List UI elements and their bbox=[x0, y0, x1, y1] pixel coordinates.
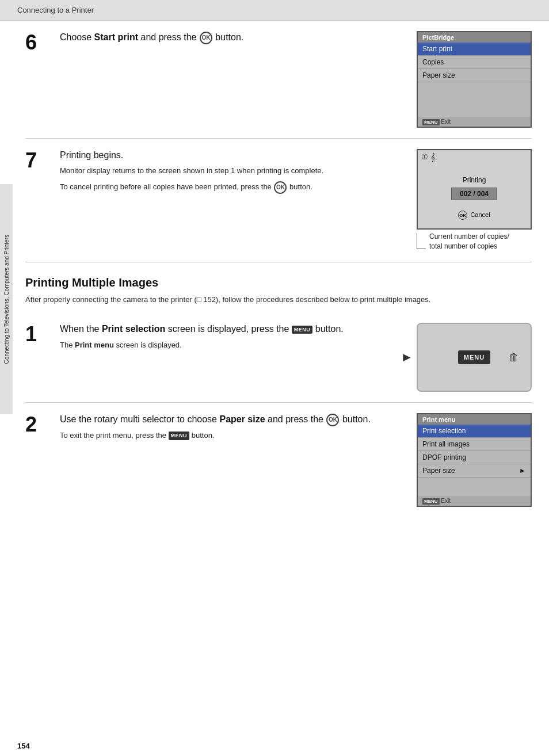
step-7-body1: Monitor display returns to the screen sh… bbox=[60, 165, 405, 177]
print-menu-footer: MENU Exit bbox=[418, 496, 531, 506]
print-menu-item-1: Print all images bbox=[418, 438, 531, 451]
copies-annotation: Current number of copies/total number of… bbox=[417, 232, 509, 251]
step-m2-row: 2 Use the rotary multi selector to choos… bbox=[25, 403, 532, 517]
main-content: 6 Choose Start print and press the OK bu… bbox=[0, 21, 549, 736]
step-7-body2: To cancel printing before all copies hav… bbox=[60, 181, 405, 194]
pictbridge-item-1: Copies bbox=[418, 56, 531, 69]
step-m1-title: When the Print selection screen is displ… bbox=[60, 323, 405, 335]
signal-icon: 𝄞 bbox=[430, 152, 435, 162]
page: Connecting to a Printer Connecting to Te… bbox=[0, 0, 549, 756]
step-m1-row: 1 When the Print selection screen is dis… bbox=[25, 312, 532, 403]
print-menu-screen: Print menu Print selection Print all ima… bbox=[417, 413, 532, 507]
step-m1-print-menu: Print menu bbox=[75, 341, 114, 349]
paper-size-arrow: ► bbox=[519, 467, 526, 475]
pictbridge-screen: PictBridge Start print Copies Paper size… bbox=[417, 31, 532, 128]
step-7-row: 7 Printing begins. Monitor display retur… bbox=[25, 139, 532, 262]
pictbridge-item-2: Paper size bbox=[418, 69, 531, 82]
cancel-label: Cancel bbox=[470, 211, 490, 218]
step-6-bold: Start print bbox=[94, 32, 138, 42]
step-m1-content: When the Print selection screen is displ… bbox=[60, 323, 405, 350]
step-6-row: 6 Choose Start print and press the OK bu… bbox=[25, 21, 532, 139]
step-m1-image: ► MENU 🗑 bbox=[417, 323, 532, 392]
menu-btn-inline-1: MENU bbox=[292, 326, 313, 334]
step-m2-title: Use the rotary multi selector to choose … bbox=[60, 413, 405, 426]
section-heading: Printing Multiple Images bbox=[25, 276, 532, 289]
menu-btn-inline-2: MENU bbox=[169, 432, 190, 441]
step-m2-image: Print menu Print selection Print all ima… bbox=[417, 413, 532, 507]
section-block: Printing Multiple Images After properly … bbox=[25, 262, 532, 313]
step-m2-bold: Paper size bbox=[219, 414, 265, 424]
top-bar: Connecting to a Printer bbox=[0, 0, 549, 21]
step-6-number: 6 bbox=[25, 32, 48, 53]
power-icon: ① bbox=[421, 152, 428, 162]
print-menu-item-0: Print selection bbox=[418, 425, 531, 438]
top-bar-label: Connecting to a Printer bbox=[17, 6, 94, 14]
step-m1-body: The Print menu screen is displayed. bbox=[60, 339, 405, 351]
pictbridge-footer: MENU Exit bbox=[418, 117, 531, 127]
side-label-text: Connecting to Televisions, Computers and… bbox=[3, 235, 10, 364]
step-m2-content: Use the rotary multi selector to choose … bbox=[60, 413, 405, 441]
printing-screen: ① 𝄞 Printing 002 / 004 OK Cancel bbox=[417, 149, 532, 230]
trash-icon: 🗑 bbox=[509, 352, 519, 364]
side-label: Connecting to Televisions, Computers and… bbox=[0, 184, 13, 414]
print-menu-item-2: DPOF printing bbox=[418, 451, 531, 464]
paper-size-label: Paper size bbox=[422, 467, 455, 475]
camera-body: ► MENU 🗑 bbox=[417, 323, 532, 392]
ok-button-icon-3: OK bbox=[326, 414, 339, 426]
print-menu-title: Print menu bbox=[418, 414, 531, 425]
step-m1-bold: Print selection bbox=[102, 324, 165, 334]
ok-button-icon-2: OK bbox=[274, 181, 287, 194]
camera-menu-button: MENU bbox=[458, 350, 490, 364]
menu-icon-2: MENU bbox=[422, 498, 440, 505]
step-6-image: PictBridge Start print Copies Paper size… bbox=[417, 31, 532, 128]
step-7-number: 7 bbox=[25, 150, 48, 171]
printing-label: Printing bbox=[418, 176, 531, 184]
step-m2-body: To exit the print menu, press the MENU b… bbox=[60, 430, 405, 441]
step-m1-number: 1 bbox=[25, 324, 48, 345]
page-number: 154 bbox=[0, 736, 549, 756]
step-6-content: Choose Start print and press the OK butt… bbox=[60, 31, 405, 48]
printing-progress: 002 / 004 bbox=[451, 188, 497, 200]
step-7-image-wrapper: ① 𝄞 Printing 002 / 004 OK Cancel Current… bbox=[417, 149, 532, 251]
step-m2-number: 2 bbox=[25, 414, 48, 435]
step-7-title: Printing begins. bbox=[60, 149, 405, 162]
printing-cancel: OK Cancel bbox=[418, 211, 531, 220]
printing-top-icons: ① 𝄞 bbox=[418, 150, 531, 165]
menu-icon: MENU bbox=[422, 119, 440, 125]
step-7-content: Printing begins. Monitor display returns… bbox=[60, 149, 405, 194]
pictbridge-item-0: Start print bbox=[418, 43, 531, 56]
ok-sm-icon: OK bbox=[458, 211, 467, 220]
arrow-right-icon: ► bbox=[401, 350, 413, 365]
ok-button-icon: OK bbox=[200, 32, 212, 44]
annotation-text: Current number of copies/total number of… bbox=[429, 232, 509, 251]
step-7-body2-suffix: button. bbox=[287, 182, 312, 191]
print-menu-item-3: Paper size ► bbox=[418, 464, 531, 478]
section-intro: After properly connecting the camera to … bbox=[25, 294, 532, 306]
step-6-title: Choose Start print and press the OK butt… bbox=[60, 31, 405, 44]
step-7-body2-plain: To cancel printing before all copies hav… bbox=[60, 182, 273, 191]
pictbridge-title: PictBridge bbox=[418, 32, 531, 43]
